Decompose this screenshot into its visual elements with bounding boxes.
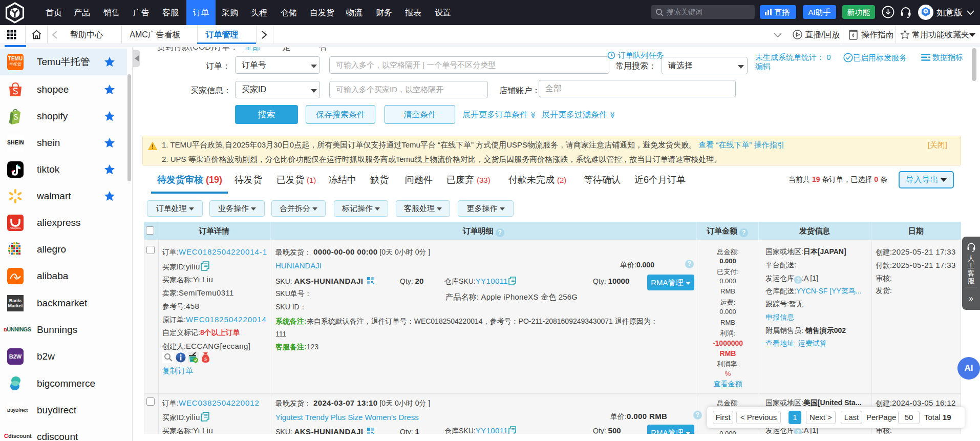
- svg-text:AliExpress: AliExpress: [10, 227, 21, 229]
- svg-text:S: S: [204, 356, 207, 362]
